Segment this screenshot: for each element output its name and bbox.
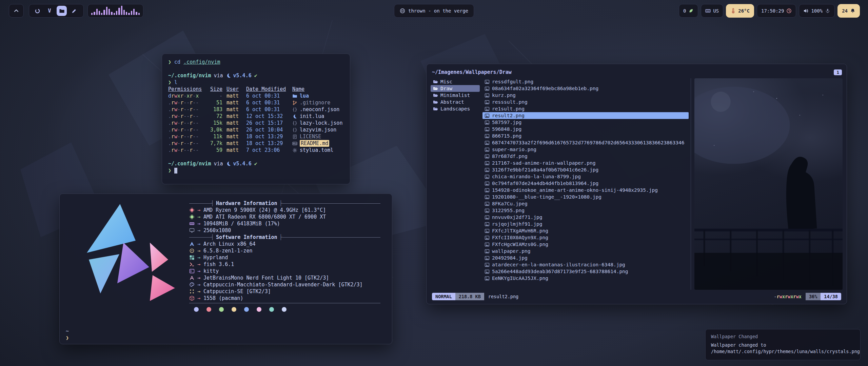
file-position-badge: 14/38 — [821, 293, 841, 300]
visualizer-bar — [108, 9, 110, 15]
sidebar-folder-minimalist[interactable]: Minimalist — [431, 92, 480, 99]
file-manager-window[interactable]: ~/Imagenes/Wallpapers/Draw 1 MiscDrawMin… — [426, 64, 847, 304]
file-row[interactable]: 68747470733a2f2f696d616765732d7769786d70… — [482, 139, 689, 146]
fetch-info-row: →fish 3.6.1 — [189, 261, 385, 268]
workspace-button-2[interactable]: V — [44, 6, 55, 16]
rule-line — [282, 203, 380, 204]
moon-icon — [292, 114, 297, 119]
file-row[interactable]: 596848.jpg — [482, 126, 689, 133]
file-row[interactable]: rsjqojlmjhf91.jpg — [482, 221, 689, 227]
tab-badge[interactable]: 1 — [834, 69, 842, 75]
lua-icon — [226, 161, 231, 166]
terminal-input-line[interactable]: ❯ — [168, 167, 344, 174]
shell-prompt-line: ~/.config/nvim via v5.4.6 ✔ — [168, 72, 344, 79]
file-row-name: 154928-odinokoe_anime-art-anime-okno-sin… — [492, 187, 658, 193]
file-row-name: atardecer-en-la-montanas-ilustracion-634… — [492, 262, 625, 267]
file-row[interactable]: 8FKa7Cu.jpeg — [482, 200, 689, 207]
software-info-list: →Arch Linux x86_64→6.5.8-zen1-1-zen→Hypr… — [189, 241, 385, 302]
file-row[interactable]: 3122955.png — [482, 207, 689, 214]
file-row[interactable]: FXfcJlTXgAMvH6R.png — [482, 227, 689, 234]
file-row[interactable]: re1sult.png — [482, 105, 689, 112]
file-row[interactable]: 5a266e448add93deab367d87173e9f25-6837886… — [482, 268, 689, 275]
fetch-info-value: kitty — [203, 268, 219, 274]
file-row[interactable]: 587597.jpg — [482, 119, 689, 126]
file-row[interactable]: 866715.png — [482, 133, 689, 139]
fetch-info-row: →6.5.8-zen1-1-zen — [189, 247, 385, 254]
permissions-text: .rw-r--r-- — [168, 140, 203, 147]
visualizer-bar — [136, 12, 137, 15]
file-row[interactable]: chica-mirando-la-luna-8799.jpg — [482, 173, 689, 180]
workspace-button-3[interactable] — [57, 6, 67, 16]
file-row[interactable]: 20492984.jpg — [482, 255, 689, 261]
prompt-cwd: ~/.config/nvim — [168, 72, 211, 79]
temperature-widget[interactable]: 26°C — [726, 4, 754, 18]
volume-widget[interactable]: 100% — [799, 4, 835, 18]
braces-icon — [292, 127, 297, 133]
ls-column-header: User — [226, 86, 242, 93]
file-row[interactable]: super-mario.png — [482, 146, 689, 153]
prompt-char: ❯ — [168, 59, 171, 65]
file-owner: matt — [226, 133, 242, 140]
file-row[interactable]: 0c794faf07de24a4db4d4fb1eb813964.jpg — [482, 180, 689, 187]
image-icon — [485, 228, 490, 233]
file-row[interactable]: 87r687df.png — [482, 153, 689, 160]
scroll-percent-badge: 36% — [806, 293, 821, 300]
file-row[interactable]: resssult.png — [482, 99, 689, 105]
visualizer-bar — [131, 11, 132, 15]
sidebar-folder-landscapes[interactable]: Landscapes — [431, 105, 480, 112]
file-row[interactable]: wallpaper.png — [482, 248, 689, 255]
file-row[interactable]: ressdfgult.png — [482, 78, 689, 85]
launcher-button[interactable] — [9, 4, 24, 18]
file-row[interactable]: 154928-odinokoe_anime-art-anime-okno-sin… — [482, 187, 689, 194]
prompt-char: ❯ — [168, 79, 171, 86]
kernel-icon — [189, 248, 195, 253]
book-icon — [292, 134, 297, 139]
notifications-widget[interactable]: 24 — [837, 4, 860, 18]
image-icon — [485, 256, 490, 261]
file-row[interactable]: kurz.png — [482, 92, 689, 99]
file-row[interactable]: nnvuv0xj2df71.jpg — [482, 214, 689, 221]
prompt-char: ❯ — [66, 334, 69, 341]
permissions-text: drwxr-xr-x — [168, 93, 203, 99]
file-row[interactable]: EeNKYgIUcAAJ5JX.png — [482, 275, 689, 282]
file-name-cell: .neoconf.json — [292, 106, 344, 113]
fetch-info-row: →kitty — [189, 268, 385, 274]
prompt-char: ❯ — [168, 167, 171, 174]
sidebar-folder-draw[interactable]: Draw — [431, 85, 480, 92]
file-row-name: ressdfgult.png — [492, 79, 533, 84]
file-size: 15k — [207, 120, 222, 126]
file-row[interactable]: FXfcHgcWIAMzs0G.png — [482, 241, 689, 248]
clock-widget[interactable]: 17:50:29 — [757, 4, 796, 18]
visualizer-bar — [128, 13, 130, 15]
terminal-command-line: ❯ l — [168, 79, 344, 86]
workspace-button-4[interactable] — [69, 6, 79, 16]
sidebar-folder-abstract[interactable]: Abstract — [431, 99, 480, 105]
arrow-icon: → — [197, 247, 200, 254]
workspace-button-1[interactable] — [32, 6, 42, 16]
file-owner: matt — [226, 120, 242, 126]
palette-dot — [269, 307, 274, 312]
git-icon — [292, 100, 297, 105]
file-row[interactable]: result2.png — [482, 112, 689, 119]
file-row[interactable]: atardecer-en-la-montanas-ilustracion-634… — [482, 261, 689, 268]
file-row[interactable]: 217167-sad-anime-rain-wallpaper.png — [482, 160, 689, 166]
hardware-info-list: →AMD Ryzen 9 5900X (24) @ 4.9GHz [61.3°C… — [189, 207, 385, 234]
rule-cap: ┤ — [211, 234, 214, 241]
fetch-terminal-window[interactable]: ┤Hardware Information├ →AMD Ryzen 9 5900… — [59, 194, 392, 344]
terminal-window[interactable]: ❯ cd .config/nvim ~/.config/nvim via v5.… — [162, 54, 350, 184]
media-player-widget[interactable]: thrown - on the verge — [394, 4, 474, 18]
updates-widget[interactable]: 0 — [679, 4, 698, 18]
file-row[interactable]: FXfcII0X0AQyn9X.png — [482, 234, 689, 241]
file-owner: matt — [226, 126, 242, 133]
sidebar-folder-misc[interactable]: Misc — [431, 78, 480, 85]
image-icon — [485, 140, 490, 145]
keyboard-layout-widget[interactable]: US — [701, 4, 723, 18]
file-row[interactable]: 19201080-__blue-tinge__-1920×1080.jpg — [482, 194, 689, 200]
file-row[interactable]: 08a634fa02a32364f69ebc86a98eb1eb.png — [482, 85, 689, 92]
palette-dot — [232, 307, 236, 312]
visualizer-bar — [94, 12, 95, 15]
arrow-icon: → — [197, 220, 200, 227]
notification-popup[interactable]: Wallpaper Changed Wallpaper changed to /… — [705, 329, 861, 360]
file-row-name: re1sult.png — [492, 106, 525, 111]
file-row[interactable]: 3126f7e9bbf21a8a4af0b67b041c6e26.jpg — [482, 166, 689, 173]
